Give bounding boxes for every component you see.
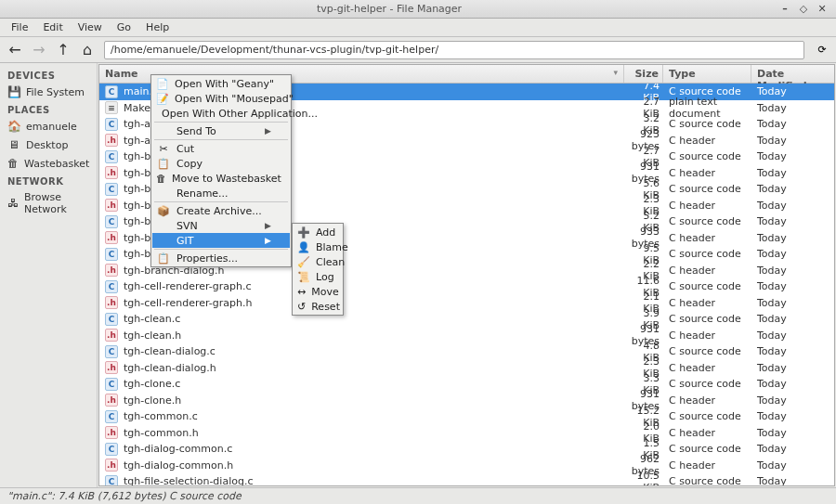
sidebar-item-wastebasket[interactable]: 🗑Wastebasket bbox=[0, 154, 97, 173]
file-date: Today bbox=[751, 183, 834, 195]
git-add[interactable]: ➕Add bbox=[294, 225, 342, 239]
file-date: Today bbox=[751, 475, 834, 485]
file-name: tgh-dialog-common.h bbox=[124, 459, 233, 472]
ctx-open-mousepad[interactable]: 📝Open With "Mousepad" bbox=[152, 91, 290, 106]
git-blame[interactable]: 👤Blame bbox=[294, 239, 342, 254]
sidebar-item-label: emanuele bbox=[26, 121, 77, 133]
file-type: C source code bbox=[663, 150, 751, 162]
table-row[interactable]: .htgh-dialog-common.h962 bytesC headerTo… bbox=[99, 458, 834, 474]
file-date: Today bbox=[751, 248, 834, 260]
file-date: Today bbox=[751, 410, 834, 422]
menu-help[interactable]: Help bbox=[138, 19, 176, 35]
menu-go[interactable]: Go bbox=[110, 19, 138, 35]
file-type: C source code bbox=[663, 215, 751, 227]
file-icon: C bbox=[105, 313, 118, 326]
path-input[interactable]: /home/emanuele/Development/thunar-vcs-pl… bbox=[104, 41, 804, 59]
file-name: tgh-dialog-common.c bbox=[124, 443, 232, 455]
table-row[interactable]: Ctgh-cell-renderer-graph.c11.6 KiBC sour… bbox=[99, 278, 834, 295]
file-type: C source code bbox=[663, 280, 751, 292]
reload-button[interactable]: ⟳ bbox=[812, 40, 832, 60]
sidebar-places-heading: PLACES bbox=[0, 101, 97, 117]
table-row[interactable]: Ctgh-clean-dialog.c4.8 KiBC source codeT… bbox=[99, 343, 834, 360]
table-row[interactable]: .htgh-clean.h931 bytesC headerToday bbox=[99, 328, 834, 344]
file-icon: .h bbox=[105, 231, 118, 244]
reset-icon: ↺ bbox=[297, 301, 306, 313]
sidebar-network-heading: NETWORK bbox=[0, 173, 97, 188]
file-date: Today bbox=[751, 200, 834, 212]
ctx-svn[interactable]: SVN▶ bbox=[152, 218, 290, 233]
file-type: C header bbox=[663, 135, 751, 147]
sidebar-item-label: Desktop bbox=[26, 139, 68, 151]
file-name: tgh-clone.h bbox=[124, 394, 181, 407]
table-row[interactable]: .htgh-clean-dialog.h2.3 KiBC headerToday bbox=[99, 360, 834, 377]
menu-edit[interactable]: Edit bbox=[35, 19, 70, 35]
table-row[interactable]: Ctgh-clean.c3.9 KiBC source codeToday bbox=[99, 311, 834, 328]
ctx-send-to[interactable]: Send To▶ bbox=[152, 123, 290, 138]
sidebar-item-network[interactable]: 🖧Browse Network bbox=[0, 188, 97, 218]
file-date: Today bbox=[751, 427, 834, 439]
ctx-cut[interactable]: ✂Cut bbox=[152, 141, 290, 156]
git-log[interactable]: 📜Log bbox=[294, 269, 342, 284]
ctx-rename[interactable]: Rename... bbox=[152, 186, 290, 200]
home-icon: 🏠 bbox=[7, 120, 20, 133]
sidebar-item-home[interactable]: 🏠emanuele bbox=[0, 117, 97, 136]
back-button[interactable]: ← bbox=[4, 39, 26, 61]
sidebar-item-filesystem[interactable]: 💾File System bbox=[0, 83, 97, 101]
close-button[interactable]: ✕ bbox=[816, 3, 829, 16]
ctx-open-other[interactable]: Open With Other Application... bbox=[152, 106, 290, 121]
table-row[interactable]: Ctgh-common.c15.2 KiBC source codeToday bbox=[99, 408, 834, 425]
column-size[interactable]: Size bbox=[624, 65, 663, 83]
table-row[interactable]: Ctgh-file-selection-dialog.c10.5 KiBC so… bbox=[99, 473, 834, 485]
minimize-button[interactable]: – bbox=[778, 3, 791, 16]
forward-button[interactable]: → bbox=[28, 39, 50, 61]
menu-file[interactable]: File bbox=[4, 19, 35, 35]
table-row[interactable]: .htgh-common.h2.0 KiBC headerToday bbox=[99, 425, 834, 442]
ctx-copy[interactable]: 📋Copy bbox=[152, 156, 290, 171]
sidebar: DEVICES 💾File System PLACES 🏠emanuele 🖥D… bbox=[0, 63, 98, 487]
column-date[interactable]: Date Modified bbox=[751, 65, 834, 83]
ctx-create-archive[interactable]: 📦Create Archive... bbox=[152, 203, 290, 218]
context-menu: 📄Open With "Geany" 📝Open With "Mousepad"… bbox=[150, 74, 292, 267]
file-type: C header bbox=[663, 459, 751, 472]
ctx-open-geany[interactable]: 📄Open With "Geany" bbox=[152, 76, 290, 91]
file-icon: .h bbox=[105, 264, 118, 277]
file-date: Today bbox=[751, 330, 834, 342]
file-date: Today bbox=[751, 135, 834, 147]
up-button[interactable]: ↑ bbox=[52, 39, 74, 61]
sidebar-item-label: Browse Network bbox=[24, 191, 89, 215]
sidebar-item-desktop[interactable]: 🖥Desktop bbox=[0, 136, 97, 154]
maximize-button[interactable]: ◇ bbox=[797, 3, 810, 16]
file-date: Today bbox=[751, 102, 834, 114]
ctx-properties[interactable]: 📋Properties... bbox=[152, 251, 290, 265]
sort-asc-icon: ▾ bbox=[613, 68, 618, 77]
file-icon: C bbox=[105, 443, 118, 456]
file-date: Today bbox=[751, 313, 834, 325]
file-icon: .h bbox=[105, 394, 118, 407]
file-name: tgh-common.c bbox=[124, 410, 198, 422]
table-row[interactable]: .htgh-cell-renderer-graph.h2.1 KiBC head… bbox=[99, 295, 834, 312]
table-row[interactable]: Ctgh-dialog-common.c1.5 KiBC source code… bbox=[99, 441, 834, 458]
file-icon: .h bbox=[105, 329, 118, 342]
file-name: tgh-clean-dialog.c bbox=[124, 345, 216, 357]
file-type: C source code bbox=[663, 248, 751, 260]
file-icon: .h bbox=[105, 296, 118, 309]
file-type: C source code bbox=[663, 345, 751, 357]
trash-icon: 🗑 bbox=[156, 173, 166, 185]
column-type[interactable]: Type bbox=[663, 65, 751, 83]
table-row[interactable]: Ctgh-clone.c3.3 KiBC source codeToday bbox=[99, 376, 834, 393]
ctx-move-wastebasket[interactable]: 🗑Move to Wastebasket bbox=[152, 171, 290, 186]
file-name: tgh-common.h bbox=[124, 427, 199, 439]
file-icon: C bbox=[105, 410, 118, 423]
copy-icon: 📋 bbox=[156, 158, 171, 170]
table-row[interactable]: .htgh-clone.h931 bytesC headerToday bbox=[99, 393, 834, 409]
file-icon: .h bbox=[105, 459, 118, 472]
ctx-git[interactable]: GIT▶ bbox=[152, 233, 290, 248]
git-clean[interactable]: 🧹Clean bbox=[294, 254, 342, 269]
git-reset[interactable]: ↺Reset bbox=[294, 299, 342, 314]
file-icon: C bbox=[105, 345, 118, 358]
home-button[interactable]: ⌂ bbox=[76, 39, 98, 61]
menu-view[interactable]: View bbox=[71, 19, 110, 35]
file-type: C source code bbox=[663, 313, 751, 325]
git-move[interactable]: ↔Move bbox=[294, 284, 342, 299]
file-type: C source code bbox=[663, 443, 751, 455]
